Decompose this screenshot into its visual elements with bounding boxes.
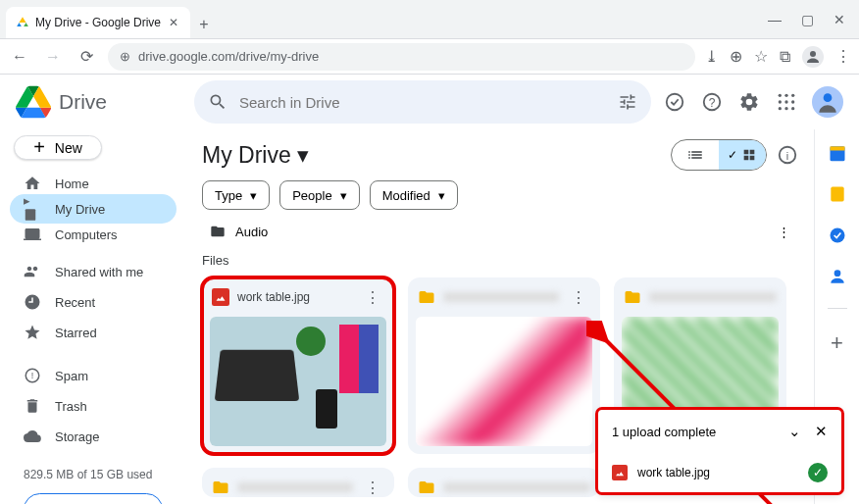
maximize-icon[interactable]: ▢ <box>801 12 814 27</box>
apps-icon[interactable] <box>775 90 798 114</box>
upload-status: 1 upload complete <box>612 425 716 439</box>
breadcrumb[interactable]: My Drive ▾ <box>202 142 309 169</box>
drive-favicon <box>16 16 29 29</box>
search-icon <box>208 92 227 112</box>
new-button[interactable]: + New <box>14 135 102 160</box>
profile-avatar[interactable] <box>802 46 824 68</box>
zoom-icon[interactable]: ⊕ <box>730 47 742 66</box>
add-addon-icon[interactable]: + <box>831 330 843 356</box>
settings-icon[interactable] <box>737 90 761 114</box>
svg-point-1 <box>667 94 683 111</box>
folder-icon <box>418 288 435 306</box>
sidebar-item-computers[interactable]: Computers <box>10 226 177 243</box>
svg-point-5 <box>784 94 787 97</box>
search-options-icon[interactable] <box>618 92 637 112</box>
svg-text:?: ? <box>709 96 716 110</box>
svg-point-11 <box>784 107 787 110</box>
upload-toast: 1 upload complete ⌄ ✕ work table.jpg ✓ <box>598 410 841 492</box>
svg-point-13 <box>824 93 833 102</box>
browser-toolbar: ← → ⟳ ⊕ drive.google.com/drive/my-drive … <box>0 39 859 75</box>
sidebar-item-spam[interactable]: !Spam <box>10 361 177 390</box>
filter-type[interactable]: Type▾ <box>202 180 270 210</box>
details-icon[interactable]: i <box>777 144 798 166</box>
close-window-icon[interactable]: ✕ <box>834 12 845 27</box>
file-more-icon[interactable]: ⋮ <box>361 284 384 311</box>
file-name: work table.jpg <box>237 290 353 304</box>
sidebar-item-trash[interactable]: Trash <box>10 391 177 421</box>
upload-file-name: work table.jpg <box>637 466 710 479</box>
search-bar[interactable] <box>194 80 651 124</box>
sidebar-item-home[interactable]: Home <box>10 175 177 192</box>
file-card[interactable]: ⋮ <box>408 277 600 454</box>
collapse-toast-icon[interactable]: ⌄ <box>788 423 801 440</box>
more-icon[interactable]: ⋮ <box>778 225 790 239</box>
svg-text:!: ! <box>31 371 34 380</box>
sidebar-item-recent[interactable]: Recent <box>10 287 177 317</box>
cloud-icon <box>24 428 41 445</box>
folder-icon <box>624 288 641 306</box>
new-tab-button[interactable]: + <box>190 11 218 38</box>
folder-row[interactable]: Audio ⋮ <box>202 218 798 245</box>
image-file-icon <box>212 288 229 306</box>
file-card[interactable] <box>408 468 600 497</box>
drive-logo[interactable]: Drive <box>16 84 182 120</box>
svg-point-10 <box>779 107 782 110</box>
storage-text: 829.5 MB of 15 GB used <box>10 468 177 481</box>
ready-offline-icon[interactable] <box>663 90 686 114</box>
file-name-blurred <box>443 482 590 492</box>
bookmark-icon[interactable]: ☆ <box>754 47 768 66</box>
tab-close-icon[interactable]: ✕ <box>167 16 180 29</box>
filter-modified[interactable]: Modified▾ <box>370 180 458 210</box>
svg-point-6 <box>791 94 794 97</box>
file-card[interactable]: ⋮ <box>202 468 394 497</box>
svg-point-8 <box>784 100 787 103</box>
support-icon[interactable]: ? <box>700 90 724 114</box>
app-header: Drive ? <box>0 75 859 129</box>
list-view-button[interactable] <box>672 140 719 170</box>
app-name: Drive <box>59 90 107 114</box>
sidebar-item-starred[interactable]: Starred <box>10 318 177 347</box>
back-button[interactable]: ← <box>8 45 31 69</box>
computers-icon <box>24 226 41 243</box>
contacts-icon[interactable] <box>828 267 847 286</box>
svg-text:i: i <box>786 150 788 162</box>
svg-rect-25 <box>612 465 628 480</box>
file-name-blurred <box>649 292 777 302</box>
file-more-icon[interactable]: ⋮ <box>361 475 384 498</box>
minimize-icon[interactable]: — <box>768 12 782 27</box>
drive-logo-icon <box>16 84 51 120</box>
get-storage-button[interactable]: Get more storage <box>24 493 163 504</box>
tasks-icon[interactable] <box>828 226 847 245</box>
svg-point-0 <box>810 51 816 57</box>
file-name-blurred <box>237 482 353 492</box>
account-avatar[interactable] <box>812 86 843 118</box>
url-text: drive.google.com/drive/my-drive <box>138 49 319 64</box>
close-toast-icon[interactable]: ✕ <box>815 423 828 440</box>
image-file-icon <box>612 465 628 480</box>
upload-item[interactable]: work table.jpg ✓ <box>598 453 841 492</box>
sidebar-item-storage[interactable]: Storage <box>10 422 177 451</box>
chevron-down-icon: ▾ <box>340 188 347 203</box>
plus-icon: + <box>33 136 45 159</box>
calendar-icon[interactable] <box>828 143 847 163</box>
svg-rect-22 <box>831 187 843 202</box>
reload-button[interactable]: ⟳ <box>75 45 98 69</box>
file-card[interactable]: work table.jpg ⋮ <box>202 277 394 454</box>
extensions-icon[interactable]: ⧉ <box>780 48 790 66</box>
window-controls: — ▢ ✕ <box>768 12 853 27</box>
site-info-icon[interactable]: ⊕ <box>120 49 130 64</box>
tab-title: My Drive - Google Drive <box>35 16 161 29</box>
sidebar-item-shared[interactable]: Shared with me <box>10 257 177 286</box>
keep-icon[interactable] <box>828 184 847 204</box>
search-input[interactable] <box>239 94 606 111</box>
file-more-icon[interactable]: ⋮ <box>567 284 590 311</box>
browser-tab[interactable]: My Drive - Google Drive ✕ <box>6 7 190 38</box>
forward-button[interactable]: → <box>41 45 65 69</box>
chevron-down-icon: ▾ <box>250 188 257 203</box>
chrome-menu-icon[interactable]: ⋮ <box>835 47 851 66</box>
sidebar-item-my-drive[interactable]: ▸My Drive <box>10 194 177 224</box>
install-icon[interactable]: ⤓ <box>705 47 718 66</box>
grid-view-button[interactable]: ✓ <box>719 140 766 170</box>
filter-people[interactable]: People▾ <box>279 180 359 210</box>
address-bar[interactable]: ⊕ drive.google.com/drive/my-drive <box>108 43 695 71</box>
